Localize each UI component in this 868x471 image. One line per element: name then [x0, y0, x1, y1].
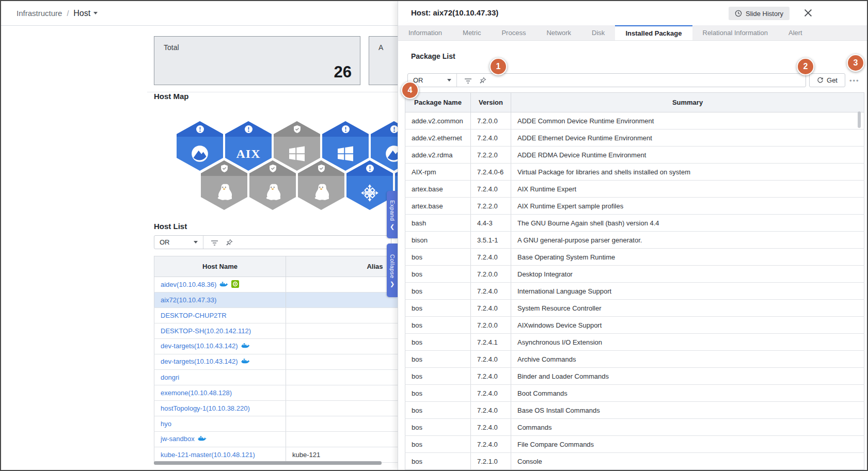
host-table-row[interactable]: DESKTOP-CHUP2TR: [154, 308, 398, 323]
package-summary-cell: International Language Support: [511, 283, 864, 300]
host-table-row[interactable]: dongri: [154, 370, 398, 385]
host-table-row[interactable]: jw-sandbox: [154, 432, 398, 447]
host-table-row[interactable]: hyo: [154, 416, 398, 432]
host-link[interactable]: kube-121-master(10.10.48.121): [161, 451, 255, 459]
horizontal-scrollbar[interactable]: [154, 461, 382, 465]
host-link[interactable]: dev-targets(10.10.43.142): [161, 358, 238, 365]
package-version-cell: 7.2.4.0: [471, 351, 511, 368]
vertical-scrollbar[interactable]: [858, 111, 861, 128]
package-name-cell: bos: [405, 368, 471, 385]
host-link[interactable]: aix72(10.10.47.33): [161, 296, 216, 304]
package-table-row[interactable]: bos 7.2.4.0 Binder and Loader Commands: [405, 368, 864, 385]
host-name-cell: hyo: [154, 416, 286, 432]
host-table-row[interactable]: exemone(10.10.48.128): [154, 385, 398, 401]
panel-tab[interactable]: Metric: [452, 25, 491, 40]
package-table-row[interactable]: bos 7.2.4.0 Archive Commands: [405, 351, 864, 368]
hexagon-host-agent[interactable]: [177, 121, 223, 171]
package-table-row[interactable]: adde.v2.ethernet 7.2.4.0 ADDE Ethernet D…: [405, 129, 864, 147]
package-table-row[interactable]: bos 7.2.1.0 Console: [405, 453, 864, 470]
col-host-name[interactable]: Host Name: [154, 256, 286, 277]
col-summary[interactable]: Summary: [511, 93, 864, 112]
package-table-row[interactable]: bos 7.2.0.0 Desktop Integrator: [405, 266, 864, 283]
package-version-cell: 7.2.4.0-6: [471, 164, 511, 181]
panel-tab[interactable]: Installed Package: [615, 25, 692, 40]
expand-label: Expand: [389, 200, 396, 221]
package-summary-cell: Commands: [511, 419, 864, 436]
panel-tab[interactable]: Information: [398, 25, 452, 40]
package-table-row[interactable]: adde.v2.common 7.2.0.0 ADDE Common Devic…: [405, 112, 864, 129]
package-name-cell: adde.v2.rdma: [405, 147, 471, 164]
hexagon-host-centos[interactable]: [346, 160, 393, 210]
panel-title: Host: aix72(10.10.47.33): [411, 8, 498, 17]
col-version[interactable]: Version: [471, 93, 511, 112]
host-link[interactable]: exemone(10.10.48.128): [161, 389, 232, 397]
package-table-row[interactable]: bos 7.2.4.0 Boot Commands: [405, 385, 864, 402]
host-name-cell: kube-121-master(10.10.48.121): [154, 447, 286, 463]
slide-history-button[interactable]: Slide History: [729, 7, 790, 20]
host-link[interactable]: hyo: [161, 420, 171, 428]
panel-tab[interactable]: Process: [491, 25, 536, 40]
hexagon-host-tux[interactable]: [201, 160, 247, 210]
host-link[interactable]: dongri: [161, 373, 179, 381]
panel-tab[interactable]: Disk: [581, 25, 615, 40]
host-icons: [238, 358, 250, 365]
package-summary-cell: A GNU general-purpose parser generator.: [511, 232, 864, 249]
package-table-row[interactable]: adde.v2.rdma 7.2.2.0 ADDE RDMA Device Ru…: [405, 147, 864, 164]
host-table-row[interactable]: dev-targets(10.10.43.142): [154, 339, 398, 354]
os-icon: [201, 176, 247, 210]
host-link[interactable]: DESKTOP-SH(10.20.142.112): [161, 327, 251, 335]
operator-select[interactable]: OR: [154, 236, 203, 249]
panel-tab[interactable]: Network: [536, 25, 581, 40]
panel-tab[interactable]: Relational Information: [692, 25, 778, 40]
host-table-header-row: Host Name Alias: [154, 256, 398, 277]
host-alias-cell: [286, 385, 398, 401]
breadcrumb-section[interactable]: Infrastructure: [17, 9, 62, 18]
hexagon-host-windows[interactable]: [322, 121, 369, 171]
hexagon-host-tux[interactable]: [249, 160, 296, 210]
host-table-row[interactable]: DESKTOP-SH(10.20.142.112): [154, 323, 398, 339]
host-link[interactable]: hostTopology-1(10.10.38.220): [161, 404, 250, 412]
package-table-row[interactable]: bos 7.2.4.0 Commands: [405, 419, 864, 436]
package-name-cell: bos: [405, 266, 471, 283]
package-table-row[interactable]: bos 7.2.4.0 Base Operating System Runtim…: [405, 249, 864, 266]
package-table-row[interactable]: bos 7.2.4.0 File Compare Commands: [405, 436, 864, 453]
hexagon-host-windows[interactable]: [274, 121, 320, 171]
host-link[interactable]: dev-targets(10.10.43.142): [161, 342, 238, 350]
package-table-row[interactable]: AIX-rpm 7.2.4.0-6 Virtual Package for li…: [405, 164, 864, 181]
breadcrumb-current[interactable]: Host: [73, 9, 98, 18]
package-table-row[interactable]: bos 7.2.4.1 Asynchronous I/O Extension: [405, 334, 864, 351]
package-table-row[interactable]: bos 7.2.4.0 International Language Suppo…: [405, 283, 864, 300]
collapse-button[interactable]: Collapse ❯: [387, 243, 398, 297]
package-table-row[interactable]: bos 7.2.0.0 AIXwindows Device Support: [405, 317, 864, 334]
package-table-row[interactable]: artex.base 7.2.4.0 AIX Runtime Expert: [405, 181, 864, 198]
package-table-row[interactable]: bos 7.2.4.0 System Resource Controller: [405, 300, 864, 317]
host-table-row[interactable]: dev-targets(10.10.43.142): [154, 354, 398, 370]
hexagon-host-aix[interactable]: AIX: [225, 121, 272, 171]
refresh-icon: [817, 77, 824, 84]
hexagon-host-tux[interactable]: [298, 160, 344, 210]
more-menu-icon[interactable]: •••: [849, 77, 863, 85]
host-table-row[interactable]: kube-121-master(10.10.48.121) kube-121: [154, 447, 398, 463]
filter-lines-icon[interactable]: [211, 239, 218, 246]
host-table-row[interactable]: aix72(10.10.47.33): [154, 293, 398, 308]
package-table-row[interactable]: bison 3.5.1-1 A GNU general-purpose pars…: [405, 232, 864, 249]
host-table-row[interactable]: aidev(10.10.48.36): [154, 277, 398, 293]
host-table-row[interactable]: hostTopology-1(10.10.38.220): [154, 401, 398, 416]
panel-tab[interactable]: Alert: [778, 25, 813, 40]
close-icon[interactable]: [803, 8, 813, 18]
package-version-cell: 7.2.0.0: [471, 266, 511, 283]
package-table-row[interactable]: artex.base 7.2.2.0 AIX Runtime Expert sa…: [405, 198, 864, 215]
pin-icon[interactable]: [226, 239, 233, 246]
host-link[interactable]: DESKTOP-CHUP2TR: [161, 312, 227, 319]
package-version-cell: 7.2.4.0: [471, 419, 511, 436]
col-alias[interactable]: Alias: [286, 256, 398, 277]
host-link[interactable]: aidev(10.10.48.36): [161, 281, 216, 288]
package-name-cell: artex.base: [405, 181, 471, 198]
expand-button[interactable]: Expand ❮: [387, 191, 398, 238]
package-table-row[interactable]: bos 7.2.4.0 Base OS Install Commands: [405, 402, 864, 419]
pin-icon[interactable]: [479, 77, 486, 84]
get-button[interactable]: Get: [809, 73, 845, 87]
filter-lines-icon[interactable]: [464, 77, 472, 84]
package-table-row[interactable]: bash 4.4-3 The GNU Bourne Again shell (b…: [405, 215, 864, 232]
host-link[interactable]: jw-sandbox: [161, 435, 195, 443]
